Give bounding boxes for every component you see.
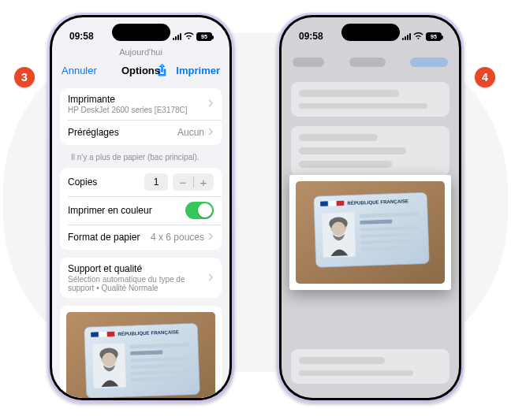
dynamic-island — [341, 24, 400, 41]
copies-row: Copies 1 − + — [60, 168, 222, 196]
color-switch[interactable] — [185, 202, 214, 219]
support-sub: Sélection automatique du type de support… — [68, 275, 202, 292]
date-header: Aujourd'hui — [52, 47, 229, 57]
minus-icon[interactable]: − — [173, 177, 193, 188]
svg-rect-2 — [91, 332, 99, 336]
printer-label: Imprimante — [68, 94, 188, 105]
battery-icon: 95 — [426, 32, 442, 41]
chevron-right-icon — [208, 273, 214, 284]
presets-value: Aucun — [177, 127, 204, 138]
blurred-bottom — [291, 349, 449, 384]
paper-format-row[interactable]: Format de papier 4 x 6 pouces — [60, 225, 222, 250]
preview-popup[interactable]: RÉPUBLIQUE FRANÇAISE — [289, 175, 451, 290]
step-badge-4: 4 — [475, 67, 495, 87]
chevron-right-icon — [208, 232, 214, 243]
chevron-right-icon — [208, 98, 214, 110]
chevron-right-icon — [208, 127, 214, 138]
svg-rect-4 — [107, 332, 115, 336]
svg-rect-19 — [329, 201, 337, 206]
copies-stepper[interactable]: − + — [173, 173, 214, 191]
cancel-button[interactable]: Annuler — [62, 65, 97, 76]
print-preview[interactable]: RÉPUBLIQUE FRANÇAISE — [60, 306, 222, 398]
presets-row[interactable]: Préréglages Aucun — [60, 120, 222, 145]
printer-value: HP DeskJet 2600 series [E3178C] — [68, 106, 188, 114]
share-icon[interactable] — [156, 64, 168, 77]
color-label: Imprimer en couleur — [68, 205, 152, 216]
svg-rect-18 — [320, 201, 328, 206]
id-card-thumbnail: RÉPUBLIQUE FRANÇAISE — [296, 181, 445, 284]
copies-value: 1 — [144, 173, 168, 191]
wifi-icon — [184, 32, 194, 40]
color-row: Imprimer en couleur — [60, 196, 222, 225]
paper-value: 4 x 6 pouces — [151, 232, 204, 243]
blurred-nav — [282, 49, 459, 76]
phone-right: 09:58 95 — [277, 13, 464, 403]
phone-left: 09:58 95 Aujourd'hui Annuler Options Imp… — [47, 13, 234, 403]
signal-icon — [173, 33, 181, 40]
status-time: 09:58 — [299, 31, 323, 42]
paper-warning: Il n'y a plus de papier (bac principal). — [60, 153, 222, 168]
plus-icon[interactable]: + — [193, 177, 214, 188]
wifi-icon — [413, 32, 423, 40]
support-label: Support et qualité — [68, 263, 202, 274]
step-badge-3: 3 — [14, 67, 35, 87]
presets-label: Préréglages — [68, 127, 119, 138]
dynamic-island — [112, 24, 170, 41]
battery-icon: 95 — [196, 32, 212, 41]
support-quality-row[interactable]: Support et qualité Sélection automatique… — [60, 258, 222, 298]
status-time: 09:58 — [69, 31, 94, 42]
printer-row[interactable]: Imprimante HP DeskJet 2600 series [E3178… — [60, 88, 222, 120]
svg-rect-20 — [337, 201, 345, 206]
signal-icon — [402, 33, 411, 40]
paper-label: Format de papier — [68, 232, 140, 243]
print-button[interactable]: Imprimer — [176, 65, 220, 76]
copies-label: Copies — [68, 177, 97, 188]
blurred-content — [282, 76, 459, 182]
id-card-thumbnail: RÉPUBLIQUE FRANÇAISE — [66, 312, 215, 398]
svg-rect-3 — [99, 332, 107, 336]
